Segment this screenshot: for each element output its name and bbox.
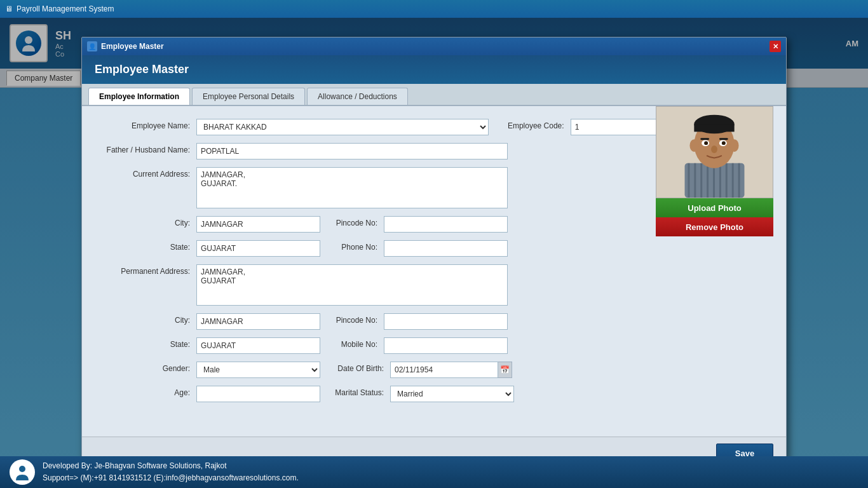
taskbar-bottom-logo: [10, 459, 35, 485]
svg-rect-11: [732, 163, 734, 198]
tab-employee-information[interactable]: Employee Information: [88, 88, 190, 105]
city2-label: City:: [95, 313, 196, 325]
svg-rect-21: [700, 138, 709, 140]
photo-section: Upload Photo Remove Photo: [656, 106, 773, 236]
remove-photo-button[interactable]: Remove Photo: [656, 217, 773, 236]
pincode2-label: Pincode No:: [333, 313, 384, 325]
city-input[interactable]: [196, 216, 320, 233]
svg-point-26: [19, 466, 25, 472]
state-input[interactable]: [196, 240, 320, 257]
dob-input[interactable]: [390, 362, 498, 378]
modal-titlebar-text: Employee Master: [101, 42, 164, 51]
developer-text: Developed By: Je-Bhagvan Software Soluti…: [43, 460, 299, 472]
dob-label: Date Of Birth:: [333, 362, 390, 373]
modal-overlay: 👤 Employee Master ✕ Employee Master Empl…: [0, 18, 868, 463]
state-label: State:: [95, 240, 196, 252]
employee-master-modal: 👤 Employee Master ✕ Employee Master Empl…: [81, 37, 787, 470]
permanent-address-label: Permanent Address:: [95, 264, 196, 276]
svg-point-20: [722, 141, 726, 145]
app-title: Payroll Management System: [17, 4, 114, 13]
svg-rect-10: [726, 163, 728, 198]
state2-label: State:: [95, 337, 196, 349]
pincode2-input[interactable]: [384, 313, 508, 330]
father-husband-label: Father / Husband Name:: [95, 143, 196, 154]
svg-rect-5: [694, 163, 696, 198]
taskbar-bottom: Developed By: Je-Bhagvan Software Soluti…: [0, 456, 868, 488]
current-address-label: Current Address:: [95, 167, 196, 179]
employee-photo: [656, 106, 773, 198]
taskbar-bottom-text: Developed By: Je-Bhagvan Software Soluti…: [43, 460, 299, 484]
employee-code-label: Employee Code:: [501, 119, 571, 130]
modal-close-button[interactable]: ✕: [770, 41, 781, 52]
form-area: Upload Photo Remove Photo Employee Name:…: [82, 106, 786, 437]
gender-label: Gender:: [95, 362, 196, 373]
photo-svg: [656, 106, 773, 198]
pincode-label: Pincode No:: [333, 216, 384, 227]
current-address-input[interactable]: JAMNAGAR, GUJARAT.: [196, 167, 508, 208]
upload-photo-button[interactable]: Upload Photo: [656, 198, 773, 217]
svg-rect-9: [719, 163, 721, 198]
modal-titlebar: 👤 Employee Master ✕: [82, 37, 786, 55]
marital-label: Marital Status:: [333, 386, 390, 397]
svg-rect-8: [713, 163, 715, 198]
employee-name-select[interactable]: BHARAT KAKKAD: [196, 119, 489, 135]
state2-input[interactable]: [196, 337, 320, 354]
form-row-city2: City: Pincode No:: [95, 313, 773, 330]
modal-body: Employee Information Employee Personal D…: [82, 84, 786, 469]
svg-rect-7: [707, 163, 709, 198]
tab-allowance-deductions[interactable]: Allowance / Deductions: [307, 88, 408, 105]
mobile-input[interactable]: [384, 337, 508, 354]
svg-rect-16: [694, 124, 734, 132]
svg-rect-6: [700, 163, 702, 198]
app-icon: 🖥: [5, 4, 13, 13]
gender-select[interactable]: Male Female: [196, 362, 320, 378]
form-row-age: Age: Marital Status: Married Unmarried: [95, 386, 773, 402]
father-husband-input[interactable]: [196, 143, 508, 159]
modal-titlebar-icon: 👤: [87, 41, 97, 51]
phone-label: Phone No:: [333, 240, 384, 252]
city2-input[interactable]: [196, 313, 320, 330]
support-text: Support=> (M):+91 8141931512 (E):info@je…: [43, 472, 299, 484]
permanent-address-input[interactable]: JAMNAGAR, GUJARAT: [196, 264, 508, 306]
taskbar-top: 🖥 Payroll Management System: [0, 0, 868, 18]
svg-point-25: [730, 139, 739, 152]
app-background: SH Ac Co AM Company Master 👤 Employee Ma…: [0, 18, 868, 463]
form-row-permanent-address: Permanent Address: JAMNAGAR, GUJARAT: [95, 264, 773, 306]
dob-wrapper: 📅: [390, 362, 512, 378]
tab-employee-personal-details[interactable]: Employee Personal Details: [192, 88, 305, 105]
age-label: Age:: [95, 386, 196, 397]
modal-title: Employee Master: [95, 63, 189, 76]
modal-header: Employee Master: [82, 55, 786, 84]
marital-select[interactable]: Married Unmarried: [390, 386, 514, 402]
phone-input[interactable]: [384, 240, 508, 257]
svg-point-24: [689, 139, 698, 152]
svg-point-23: [711, 146, 717, 153]
svg-rect-12: [738, 163, 740, 198]
svg-rect-4: [688, 163, 689, 198]
age-input[interactable]: [196, 386, 320, 402]
employee-name-label: Employee Name:: [95, 119, 196, 130]
city-label: City:: [95, 216, 196, 227]
mobile-label: Mobile No:: [333, 337, 384, 349]
pincode-input[interactable]: [384, 216, 508, 233]
tabs-bar: Employee Information Employee Personal D…: [82, 84, 786, 106]
svg-rect-22: [719, 138, 728, 140]
dob-calendar-button[interactable]: 📅: [498, 362, 512, 378]
form-row-state1: State: Phone No:: [95, 240, 773, 257]
svg-point-19: [704, 141, 708, 145]
form-row-state2: State: Mobile No:: [95, 337, 773, 354]
form-row-gender: Gender: Male Female Date Of Birth: 📅: [95, 362, 773, 378]
